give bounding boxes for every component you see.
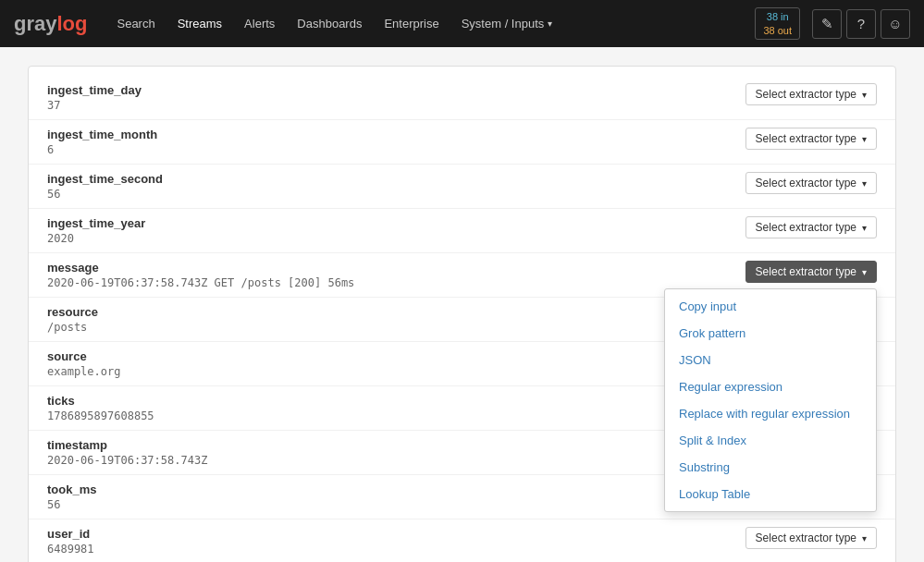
user-button[interactable]: ☺ bbox=[881, 9, 910, 39]
field-value: 56 bbox=[47, 188, 745, 201]
dropdown-item[interactable]: JSON bbox=[665, 347, 876, 373]
field-row: ingest_time_year2020Select extractor typ… bbox=[29, 209, 895, 253]
field-value: 2020-06-19T06:37:58.743Z bbox=[47, 454, 745, 467]
main-content: ingest_time_day37Select extractor type▾i… bbox=[0, 47, 924, 562]
field-info: took_ms56 bbox=[47, 483, 745, 511]
dropdown-item[interactable]: Replace with regular expression bbox=[665, 400, 876, 427]
count-in: 38 in bbox=[767, 10, 789, 23]
count-out: 38 out bbox=[763, 24, 792, 37]
field-action: Select extractor type▾ bbox=[745, 128, 877, 150]
field-name: ingest_time_second bbox=[47, 172, 745, 186]
extractor-btn-label: Select extractor type bbox=[756, 177, 856, 189]
field-info: user_id6489981 bbox=[47, 527, 745, 556]
extractor-btn-label: Select extractor type bbox=[756, 221, 856, 234]
field-info: ingest_time_year2020 bbox=[47, 216, 745, 245]
extractor-btn-label: Select extractor type bbox=[756, 531, 856, 544]
field-name: ingest_time_year bbox=[47, 216, 745, 230]
field-value: /posts bbox=[47, 321, 745, 334]
brand-gray: gray bbox=[14, 12, 56, 36]
extractor-btn-label: Select extractor type bbox=[756, 132, 856, 145]
select-extractor-btn[interactable]: Select extractor type▾ bbox=[745, 216, 877, 238]
extractor-btn-label: Select extractor type bbox=[756, 265, 856, 278]
caret-icon: ▾ bbox=[862, 178, 867, 189]
field-value: 6489981 bbox=[47, 543, 745, 556]
dropdown-item[interactable]: Substring bbox=[665, 454, 876, 481]
caret-icon: ▾ bbox=[862, 223, 867, 233]
select-extractor-btn[interactable]: Select extractor type▾ bbox=[745, 527, 877, 549]
field-info: timestamp2020-06-19T06:37:58.743Z bbox=[47, 438, 745, 467]
extractor-btn-label: Select extractor type bbox=[756, 88, 856, 101]
field-row: ingest_time_day37Select extractor type▾ bbox=[29, 76, 895, 120]
field-value: 1786895897608855 bbox=[47, 409, 745, 422]
field-action: Select extractor type▾ bbox=[745, 172, 877, 194]
dropdown-item[interactable]: Lookup Table bbox=[665, 481, 876, 507]
field-name: ingest_time_month bbox=[47, 128, 745, 141]
field-name: message bbox=[47, 261, 745, 275]
field-action: Select extractor type▾ bbox=[745, 83, 877, 105]
field-row: ingest_time_second56Select extractor typ… bbox=[29, 165, 895, 209]
field-info: sourceexample.org bbox=[47, 349, 745, 378]
field-name: ingest_time_day bbox=[47, 83, 745, 97]
field-info: resource/posts bbox=[47, 305, 745, 334]
field-name: user_id bbox=[47, 527, 745, 541]
select-extractor-btn[interactable]: Select extractor type▾ bbox=[745, 172, 877, 194]
dropdown-item[interactable]: Copy input bbox=[665, 293, 876, 320]
edit-button[interactable]: ✎ bbox=[812, 9, 842, 39]
message-counter: 38 in 38 out bbox=[755, 7, 800, 40]
navbar: graylog Search Streams Alerts Dashboards… bbox=[0, 0, 924, 47]
field-name: ticks bbox=[47, 394, 745, 408]
field-row: message2020-06-19T06:37:58.743Z GET /pos… bbox=[29, 253, 895, 298]
nav-dashboards[interactable]: Dashboards bbox=[286, 0, 373, 47]
field-info: ticks1786895897608855 bbox=[47, 394, 745, 422]
caret-icon: ▾ bbox=[862, 267, 867, 277]
nav-streams[interactable]: Streams bbox=[166, 0, 233, 47]
field-action: Select extractor type▾Copy inputGrok pat… bbox=[745, 261, 877, 283]
field-value: 2020 bbox=[47, 232, 745, 245]
select-extractor-btn[interactable]: Select extractor type▾ bbox=[745, 261, 877, 283]
caret-icon: ▾ bbox=[862, 533, 867, 544]
nav-system-arrow: ▾ bbox=[548, 18, 552, 29]
caret-icon: ▾ bbox=[862, 134, 867, 144]
nav-search[interactable]: Search bbox=[105, 0, 166, 47]
dropdown-item[interactable]: Split & Index bbox=[665, 427, 876, 454]
field-value: 6 bbox=[47, 143, 745, 156]
field-info: ingest_time_month6 bbox=[47, 128, 745, 156]
field-info: message2020-06-19T06:37:58.743Z GET /pos… bbox=[47, 261, 745, 289]
field-name: timestamp bbox=[47, 438, 745, 452]
nav-alerts[interactable]: Alerts bbox=[233, 0, 286, 47]
select-extractor-btn[interactable]: Select extractor type▾ bbox=[745, 83, 877, 105]
field-list: ingest_time_day37Select extractor type▾i… bbox=[28, 66, 896, 562]
caret-icon: ▾ bbox=[862, 90, 867, 100]
field-value: 37 bbox=[47, 99, 745, 112]
extractor-dropdown: Copy inputGrok patternJSONRegular expres… bbox=[664, 288, 877, 512]
field-row: ingest_time_month6Select extractor type▾ bbox=[29, 120, 895, 165]
dropdown-item[interactable]: Regular expression bbox=[665, 373, 876, 400]
field-name: took_ms bbox=[47, 483, 745, 496]
field-value: 56 bbox=[47, 498, 745, 511]
field-info: ingest_time_day37 bbox=[47, 83, 745, 112]
field-action: Select extractor type▾ bbox=[745, 216, 877, 238]
field-row: user_id6489981Select extractor type▾ bbox=[29, 519, 895, 562]
nav-system-inputs[interactable]: System / Inputs ▾ bbox=[450, 0, 564, 47]
select-extractor-btn[interactable]: Select extractor type▾ bbox=[745, 128, 877, 150]
field-info: ingest_time_second56 bbox=[47, 172, 745, 201]
field-action: Select extractor type▾ bbox=[745, 527, 877, 549]
navbar-right: 38 in 38 out ✎ ? ☺ bbox=[755, 7, 910, 40]
dropdown-item[interactable]: Grok pattern bbox=[665, 320, 876, 347]
help-button[interactable]: ? bbox=[846, 9, 876, 39]
brand-logo: graylog bbox=[14, 12, 87, 36]
field-name: resource bbox=[47, 305, 745, 319]
field-name: source bbox=[47, 349, 745, 363]
nav-enterprise[interactable]: Enterprise bbox=[373, 0, 450, 47]
field-value: 2020-06-19T06:37:58.743Z GET /posts [200… bbox=[47, 276, 745, 289]
nav-links: Search Streams Alerts Dashboards Enterpr… bbox=[105, 0, 755, 47]
field-value: example.org bbox=[47, 365, 745, 378]
brand-log: log bbox=[56, 12, 87, 36]
